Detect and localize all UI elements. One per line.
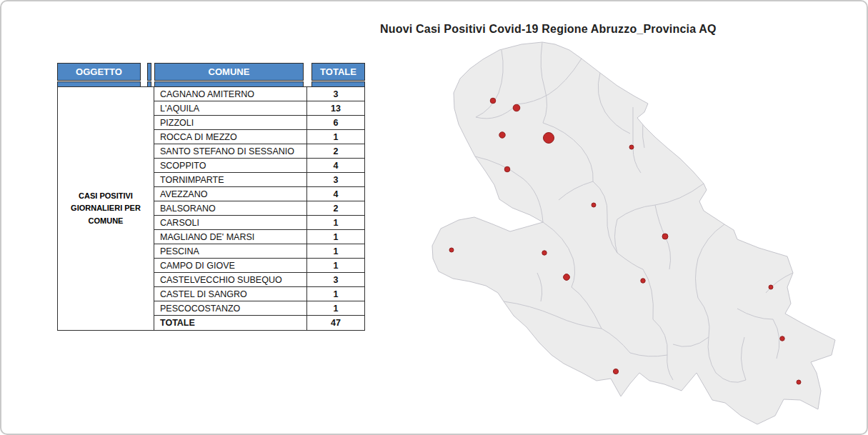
totale-cell: 3: [307, 87, 364, 101]
totale-cell: 3: [307, 273, 364, 286]
case-marker: [613, 369, 618, 374]
header-gap: [304, 63, 311, 81]
report-frame: Nuovi Casi Positivi Covid-19 Regione Abr…: [0, 0, 868, 435]
comune-cell: CAMPO DI GIOVE: [154, 259, 307, 272]
table-header-row: OGGETTO COMUNE TOTALE: [57, 63, 365, 81]
table-row: CASTELVECCHIO SUBEQUO3: [154, 273, 364, 287]
totale-cell: 1: [307, 301, 364, 315]
case-marker: [449, 248, 454, 252]
comune-cell: CASTEL DI SANGRO: [154, 287, 307, 301]
comune-cell: ROCCA DI MEZZO: [154, 130, 307, 144]
table-row: PIZZOLI6: [154, 116, 364, 130]
table-row: BALSORANO2: [154, 201, 364, 216]
comune-cell: TORNIMPARTE: [154, 173, 307, 186]
case-marker: [544, 133, 554, 144]
comune-cell: BALSORANO: [154, 201, 307, 215]
header-comune: COMUNE: [154, 63, 304, 81]
totale-cell: 1: [307, 230, 364, 244]
case-marker: [641, 279, 645, 283]
totale-cell: 4: [307, 159, 364, 172]
comune-rows: CAGNANO AMITERNO3L'AQUILA13PIZZOLI6ROCCA…: [154, 86, 365, 331]
case-marker: [662, 234, 668, 239]
case-marker: [499, 132, 505, 138]
case-marker: [564, 274, 570, 281]
table-row: PESCOCOSTANZO1: [154, 301, 364, 316]
totale-cell: 47: [307, 316, 364, 330]
totale-cell: 1: [307, 216, 364, 229]
comune-cell: CASTELVECCHIO SUBEQUO: [154, 273, 307, 286]
comune-cell: L'AQUILA: [154, 101, 307, 115]
case-marker: [797, 380, 801, 384]
totale-cell: 2: [307, 144, 364, 158]
totale-cell: 2: [307, 201, 364, 215]
comune-cell: SANTO STEFANO DI SESSANIO: [154, 144, 307, 158]
case-marker: [780, 336, 784, 341]
case-marker: [629, 145, 634, 149]
table-row: SANTO STEFANO DI SESSANIO2: [154, 144, 364, 159]
totale-cell: 6: [307, 116, 364, 129]
comune-cell: PIZZOLI: [154, 116, 307, 129]
case-marker: [542, 251, 547, 255]
header-totale: TOTALE: [311, 63, 365, 81]
page-title: Nuovi Casi Positivi Covid-19 Regione Abr…: [380, 23, 717, 36]
case-marker: [592, 203, 596, 207]
table-row: L'AQUILA13: [154, 101, 364, 116]
oggetto-label: CASI POSITIVI GIORNALIERI PER COMUNE: [57, 86, 154, 331]
case-marker: [513, 104, 520, 111]
totale-cell: 1: [307, 130, 364, 144]
comune-cell: MAGLIANO DE' MARSI: [154, 230, 307, 244]
table-row: TORNIMPARTE3: [154, 173, 364, 187]
table-row: CAGNANO AMITERNO3: [154, 87, 364, 101]
comune-cell: CAGNANO AMITERNO: [154, 87, 307, 101]
table-row: ROCCA DI MEZZO1: [154, 130, 364, 144]
case-marker: [490, 98, 496, 104]
table-row-total: TOTALE47: [154, 316, 364, 330]
totale-cell: 13: [307, 101, 364, 115]
totale-cell: 1: [307, 287, 364, 301]
totale-cell: 1: [307, 244, 364, 258]
table-row: CAMPO DI GIOVE1: [154, 259, 364, 273]
comune-cell: SCOPPITO: [154, 159, 307, 172]
table-row: CARSOLI1: [154, 216, 364, 230]
table-row: MAGLIANO DE' MARSI1: [154, 230, 364, 244]
case-marker: [769, 285, 773, 289]
header-oggetto: OGGETTO: [57, 63, 141, 81]
comune-cell: PESCINA: [154, 244, 307, 258]
comune-cell: PESCOCOSTANZO: [154, 301, 307, 315]
table-row: PESCINA1: [154, 244, 364, 259]
comune-cell: CARSOLI: [154, 216, 307, 229]
table-row: SCOPPITO4: [154, 159, 364, 173]
totale-cell: 3: [307, 173, 364, 186]
totale-cell: 4: [307, 187, 364, 201]
table-row: CASTEL DI SANGRO1: [154, 287, 364, 301]
table-body: CASI POSITIVI GIORNALIERI PER COMUNE CAG…: [57, 86, 365, 331]
header-spacer: [147, 63, 151, 81]
comune-cell: AVEZZANO: [154, 187, 307, 201]
comune-cell: TOTALE: [154, 316, 307, 330]
case-marker: [504, 166, 510, 172]
totale-cell: 1: [307, 259, 364, 272]
table-row: AVEZZANO4: [154, 187, 364, 201]
header-gap: [141, 63, 154, 81]
cases-table: OGGETTO COMUNE TOTALE CASI POSITIVI GIOR…: [57, 63, 365, 331]
